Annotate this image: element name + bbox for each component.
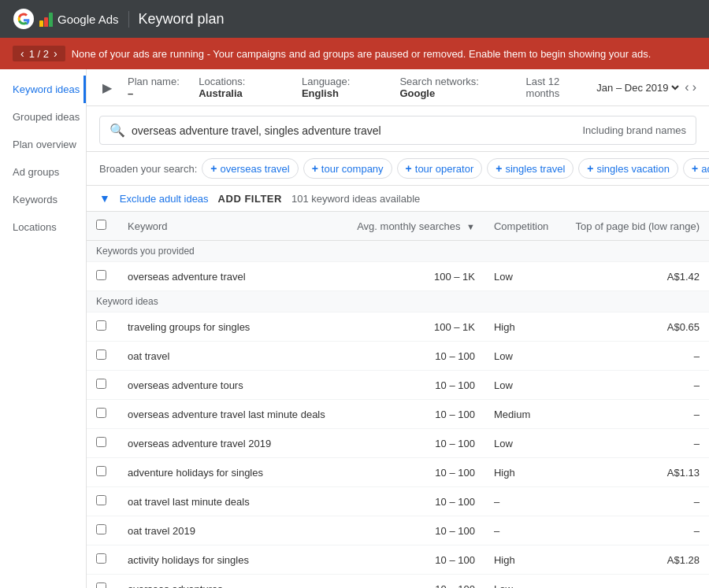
filter-icon: ▼ bbox=[99, 192, 110, 205]
app-name: Google Ads bbox=[58, 13, 119, 26]
keyword-cell: oat travel 2019 bbox=[118, 516, 343, 545]
top-bid-cell: – bbox=[561, 575, 709, 589]
date-range-select[interactable]: Jan – Dec 2019 bbox=[593, 81, 681, 94]
search-input[interactable] bbox=[132, 124, 576, 137]
competition-cell: High bbox=[484, 312, 561, 342]
svg-point-0 bbox=[13, 9, 34, 29]
pagination[interactable]: ‹ 1 / 2 › bbox=[13, 46, 65, 61]
sort-icon: ▼ bbox=[466, 222, 475, 231]
avg-monthly-cell: 10 – 100 bbox=[343, 575, 484, 589]
chip-singles-travel[interactable]: + singles travel bbox=[487, 158, 574, 179]
sidebar-item-locations[interactable]: Locations bbox=[0, 213, 86, 241]
row-checkbox[interactable] bbox=[96, 437, 106, 447]
broaden-row: Broaden your search: + overseas travel +… bbox=[87, 152, 709, 186]
filter-row: ▼ Exclude adult ideas ADD FILTER 101 key… bbox=[87, 186, 709, 212]
table-row: overseas adventure tours 10 – 100 Low – bbox=[87, 371, 709, 400]
prev-page-button[interactable]: ‹ bbox=[19, 47, 26, 60]
top-bid-cell: A$1.42 bbox=[561, 262, 709, 291]
next-page-button[interactable]: › bbox=[52, 47, 59, 60]
top-bid-cell: – bbox=[561, 487, 709, 516]
table-row: overseas adventure travel 100 – 1K Low A… bbox=[87, 262, 709, 291]
top-bid-cell: – bbox=[561, 400, 709, 429]
sidebar-item-keyword-ideas[interactable]: Keyword ideas bbox=[0, 76, 86, 103]
chip-tour-operator[interactable]: + tour operator bbox=[397, 158, 483, 179]
plan-header-info: Plan name: – Locations: Australia Langua… bbox=[128, 76, 696, 99]
sidebar-item-keywords[interactable]: Keywords bbox=[0, 186, 86, 213]
page-title: Keyword plan bbox=[128, 11, 225, 28]
networks-info: Search networks: Google bbox=[399, 76, 513, 99]
col-checkbox bbox=[87, 212, 118, 241]
top-bid-cell: A$1.28 bbox=[561, 545, 709, 575]
sidebar-item-grouped-ideas[interactable]: Grouped ideas bbox=[0, 103, 86, 131]
table-row: overseas adventure travel last minute de… bbox=[87, 400, 709, 429]
row-checkbox[interactable] bbox=[96, 349, 106, 360]
avg-monthly-cell: 10 – 100 bbox=[343, 545, 484, 575]
search-box: 🔍 Including brand names bbox=[99, 116, 696, 145]
competition-cell: Medium bbox=[484, 400, 561, 429]
row-checkbox[interactable] bbox=[96, 408, 106, 418]
keyword-cell: overseas adventures bbox=[118, 575, 343, 589]
exclude-adult-button[interactable]: Exclude adult ideas bbox=[120, 193, 209, 205]
table-row: overseas adventure travel 2019 10 – 100 … bbox=[87, 429, 709, 458]
keyword-cell: overseas adventure travel last minute de… bbox=[118, 400, 343, 429]
keyword-count: 101 keyword ideas available bbox=[291, 193, 420, 205]
broaden-label: Broaden your search: bbox=[99, 163, 197, 175]
search-area: 🔍 Including brand names bbox=[87, 106, 709, 152]
table-row: traveling groups for singles 100 – 1K Hi… bbox=[87, 312, 709, 342]
collapse-button[interactable]: ▶ bbox=[99, 77, 115, 98]
date-next-button[interactable]: › bbox=[692, 80, 696, 94]
chip-singles-vacation[interactable]: + singles vacation bbox=[578, 158, 678, 179]
competition-cell: – bbox=[484, 516, 561, 545]
main-content: ▶ Plan name: – Locations: Australia Lang… bbox=[87, 69, 709, 588]
sidebar-item-plan-overview[interactable]: Plan overview bbox=[0, 131, 86, 158]
top-bid-cell: A$0.65 bbox=[561, 312, 709, 342]
avg-monthly-cell: 10 – 100 bbox=[343, 400, 484, 429]
date-prev-button[interactable]: ‹ bbox=[685, 80, 689, 94]
keyword-cell: overseas adventure tours bbox=[118, 371, 343, 400]
row-checkbox[interactable] bbox=[96, 320, 106, 331]
row-checkbox[interactable] bbox=[96, 495, 106, 505]
avg-monthly-cell: 10 – 100 bbox=[343, 516, 484, 545]
competition-cell: Low bbox=[484, 262, 561, 291]
competition-cell: High bbox=[484, 458, 561, 487]
keyword-cell: oat travel last minute deals bbox=[118, 487, 343, 516]
top-bid-cell: – bbox=[561, 342, 709, 371]
chip-adventure-travel[interactable]: + adventure travel bbox=[683, 158, 709, 179]
select-all-checkbox[interactable] bbox=[96, 220, 106, 230]
chip-overseas-travel[interactable]: + overseas travel bbox=[202, 158, 298, 179]
add-filter-button[interactable]: ADD FILTER bbox=[218, 193, 282, 205]
col-keyword: Keyword bbox=[118, 212, 343, 241]
date-range: Last 12 months Jan – Dec 2019 ‹ › bbox=[526, 76, 696, 99]
avg-monthly-cell: 100 – 1K bbox=[343, 312, 484, 342]
competition-cell: – bbox=[484, 487, 561, 516]
keyword-cell: activity holidays for singles bbox=[118, 545, 343, 575]
competition-cell: Low bbox=[484, 371, 561, 400]
row-checkbox[interactable] bbox=[96, 270, 106, 280]
col-competition: Competition bbox=[484, 212, 561, 241]
avg-monthly-cell: 10 – 100 bbox=[343, 342, 484, 371]
language-info: Language: English bbox=[302, 76, 387, 99]
avg-monthly-cell: 10 – 100 bbox=[343, 487, 484, 516]
avg-monthly-cell: 100 – 1K bbox=[343, 262, 484, 291]
keyword-cell: traveling groups for singles bbox=[118, 312, 343, 342]
top-bid-cell: – bbox=[561, 371, 709, 400]
section-provided-header: Keywords you provided bbox=[87, 241, 709, 262]
table-row: activity holidays for singles 10 – 100 H… bbox=[87, 545, 709, 575]
avg-monthly-cell: 10 – 100 bbox=[343, 458, 484, 487]
row-checkbox[interactable] bbox=[96, 524, 106, 534]
chip-tour-company[interactable]: + tour company bbox=[303, 158, 392, 179]
app-logo: Google Ads Keyword plan bbox=[13, 8, 225, 30]
sidebar-item-ad-groups[interactable]: Ad groups bbox=[0, 158, 86, 186]
top-bid-cell: A$1.13 bbox=[561, 458, 709, 487]
col-top-bid: Top of page bid (low range) bbox=[561, 212, 709, 241]
competition-cell: High bbox=[484, 545, 561, 575]
col-avg-monthly[interactable]: Avg. monthly searches ▼ bbox=[343, 212, 484, 241]
plan-name: Plan name: – bbox=[128, 76, 186, 99]
keyword-table: Keyword Avg. monthly searches ▼ Competit… bbox=[87, 212, 709, 588]
brand-names-label: Including brand names bbox=[582, 124, 686, 136]
row-checkbox[interactable] bbox=[96, 582, 106, 588]
row-checkbox[interactable] bbox=[96, 466, 106, 476]
row-checkbox[interactable] bbox=[96, 553, 106, 564]
row-checkbox[interactable] bbox=[96, 379, 106, 389]
google-icon bbox=[13, 8, 35, 30]
